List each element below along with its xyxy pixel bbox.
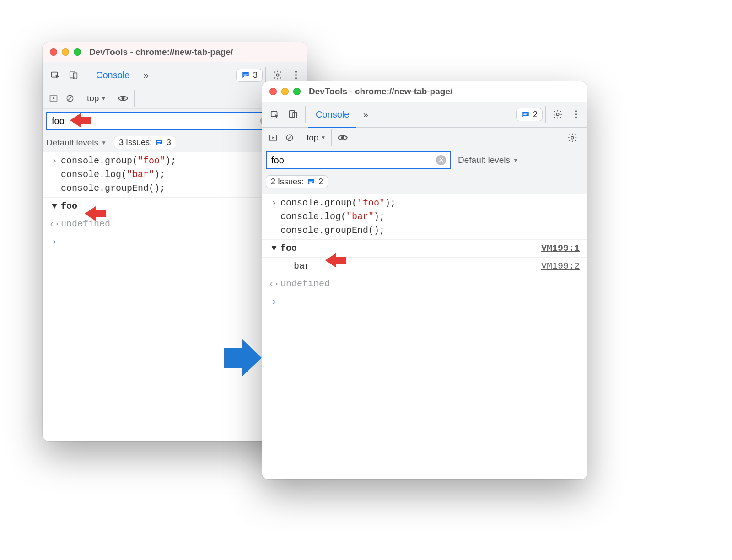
more-tabs-icon[interactable]: »: [356, 102, 375, 127]
issues-button[interactable]: 2 Issues: 2: [266, 175, 328, 188]
svg-rect-13: [157, 141, 161, 142]
clear-filter-icon[interactable]: ✕: [436, 155, 446, 165]
svg-point-8: [295, 77, 297, 79]
console-output: › console.group("foo"); console.log("bar…: [262, 194, 587, 479]
levels-label: Default levels: [458, 155, 510, 165]
svg-point-23: [575, 117, 577, 118]
svg-rect-1: [70, 71, 75, 78]
window-title: DevTools - chrome://new-tab-page/: [305, 86, 580, 97]
undefined-value: undefined: [280, 277, 581, 291]
issues-badge[interactable]: 3: [236, 69, 263, 82]
chevron-down-icon: ▼: [101, 95, 106, 102]
filter-row: ✕ Default levels ▼: [262, 148, 587, 172]
inspect-element-icon[interactable]: [266, 102, 284, 127]
inspect-element-icon[interactable]: [46, 62, 65, 88]
context-selector[interactable]: top ▼: [84, 93, 109, 103]
issues-label: 2 Issues:: [271, 177, 304, 187]
prompt-chevron-icon: ›: [48, 235, 61, 249]
close-icon[interactable]: [50, 48, 57, 56]
maximize-icon[interactable]: [293, 88, 301, 95]
live-expression-eye-icon[interactable]: [334, 128, 351, 148]
messages-icon: [155, 138, 164, 147]
source-link[interactable]: VM199:2: [541, 259, 581, 273]
separator: [134, 90, 135, 107]
issues-label: 3 Issues:: [119, 138, 152, 147]
more-menu-icon[interactable]: [567, 102, 585, 127]
console-prompt[interactable]: ›: [262, 293, 587, 311]
issues-button[interactable]: 3 Issues: 3: [114, 136, 176, 149]
svg-rect-16: [290, 111, 295, 118]
toggle-sidebar-icon[interactable]: [265, 128, 281, 148]
tab-console[interactable]: Console: [308, 102, 356, 129]
clear-console-icon[interactable]: [281, 128, 298, 148]
console-group-header[interactable]: ▼ foo VM199:1: [262, 240, 587, 258]
disclosure-triangle-icon[interactable]: ▼: [268, 242, 280, 255]
svg-line-11: [68, 96, 72, 101]
svg-point-7: [295, 74, 297, 76]
messages-icon: [241, 70, 250, 80]
input-chevron-icon: ›: [268, 196, 280, 210]
svg-rect-29: [309, 181, 313, 182]
prompt-chevron-icon: ›: [268, 295, 280, 309]
return-arrow-icon: ‹·: [48, 217, 61, 231]
window-titlebar: DevTools - chrome://new-tab-page/: [43, 42, 307, 62]
issues-badge[interactable]: 2: [516, 108, 543, 121]
issues-count: 2: [533, 110, 538, 119]
svg-rect-19: [523, 114, 526, 115]
clear-console-icon[interactable]: [62, 88, 78, 108]
settings-gear-icon[interactable]: [549, 102, 567, 127]
svg-point-28: [571, 136, 574, 139]
chevron-down-icon: ▼: [101, 140, 107, 146]
maximize-icon[interactable]: [74, 48, 81, 56]
devtools-window-after: DevTools - chrome://new-tab-page/ Consol…: [262, 81, 587, 479]
filter-input[interactable]: [270, 155, 432, 166]
toggle-sidebar-icon[interactable]: [45, 88, 62, 108]
source-link[interactable]: VM199:1: [541, 242, 581, 255]
svg-point-6: [295, 71, 297, 73]
live-expression-eye-icon[interactable]: [115, 88, 131, 108]
separator: [265, 67, 266, 83]
close-icon[interactable]: [269, 88, 277, 95]
device-toolbar-icon[interactable]: [284, 102, 302, 127]
messages-icon: [521, 110, 530, 119]
annotation-arrow-red: [85, 205, 106, 223]
svg-rect-14: [157, 143, 160, 144]
issues-row: 2 Issues: 2: [262, 172, 587, 194]
tab-console[interactable]: Console: [89, 62, 137, 89]
issues-count: 3: [167, 138, 171, 147]
separator: [331, 129, 332, 146]
console-input-echo: › console.group("foo"); console.log("bar…: [262, 194, 587, 240]
separator: [301, 129, 301, 146]
log-levels-selector[interactable]: Default levels ▼: [458, 155, 518, 165]
minimize-icon[interactable]: [281, 88, 289, 95]
issues-count: 3: [253, 70, 258, 80]
context-label: top: [87, 93, 99, 103]
context-selector[interactable]: top ▼: [304, 133, 328, 143]
separator: [86, 67, 86, 83]
issues-count: 2: [318, 177, 323, 187]
svg-rect-4: [243, 75, 246, 76]
svg-point-22: [575, 113, 577, 115]
filter-input-wrapper: ✕: [266, 151, 451, 169]
chevron-down-icon: ▼: [320, 135, 326, 141]
window-controls: [269, 88, 301, 95]
disclosure-triangle-icon[interactable]: ▼: [48, 199, 61, 213]
context-label: top: [307, 133, 318, 143]
separator: [545, 106, 546, 123]
console-settings-gear-icon[interactable]: [564, 133, 581, 143]
return-arrow-icon: ‹·: [268, 277, 280, 291]
tree-line: [285, 261, 285, 272]
minimize-icon[interactable]: [62, 48, 69, 56]
levels-label: Default levels: [46, 138, 98, 148]
more-tabs-icon[interactable]: »: [137, 62, 155, 88]
main-toolbar: Console » 2: [262, 102, 587, 128]
device-toolbar-icon[interactable]: [65, 62, 83, 88]
comparison-stage: DevTools - chrome://new-tab-page/ Consol…: [0, 0, 732, 560]
transition-arrow-blue: [224, 339, 263, 377]
svg-point-21: [575, 110, 577, 112]
separator: [305, 106, 306, 123]
log-levels-selector[interactable]: Default levels ▼: [46, 138, 107, 148]
svg-rect-30: [309, 182, 312, 183]
separator: [81, 90, 81, 107]
svg-rect-3: [243, 74, 248, 75]
